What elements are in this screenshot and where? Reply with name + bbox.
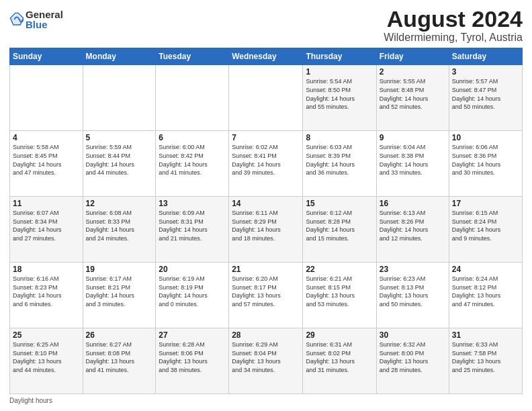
calendar-cell: 4Sunrise: 5:58 AM Sunset: 8:45 PM Daylig… [10,131,83,197]
calendar-table: Sunday Monday Tuesday Wednesday Thursday… [9,48,523,394]
day-number: 20 [159,265,226,274]
calendar-cell: 21Sunrise: 6:20 AM Sunset: 8:17 PM Dayli… [229,263,303,328]
day-number: 14 [232,199,300,208]
calendar-cell: 5Sunrise: 5:59 AM Sunset: 8:44 PM Daylig… [83,131,156,197]
day-header-row: Sunday Monday Tuesday Wednesday Thursday… [10,48,523,65]
day-info: Sunrise: 6:15 AM Sunset: 8:24 PM Dayligh… [452,209,519,242]
day-number: 17 [452,199,519,208]
day-number: 7 [232,133,300,142]
calendar-cell: 31Sunrise: 6:33 AM Sunset: 7:58 PM Dayli… [449,328,522,394]
day-info: Sunrise: 6:29 AM Sunset: 8:04 PM Dayligh… [232,340,300,374]
calendar-cell: 22Sunrise: 6:21 AM Sunset: 8:15 PM Dayli… [303,263,376,328]
day-info: Sunrise: 6:08 AM Sunset: 8:33 PM Dayligh… [86,209,153,242]
calendar-cell [229,65,303,131]
daylight-label: Daylight hours [9,397,52,404]
logo-blue-text: Blue [26,19,63,30]
day-info: Sunrise: 6:04 AM Sunset: 8:38 PM Dayligh… [380,143,446,177]
calendar-cell: 2Sunrise: 5:55 AM Sunset: 8:48 PM Daylig… [376,65,449,131]
calendar-week-5: 25Sunrise: 6:25 AM Sunset: 8:10 PM Dayli… [10,328,523,394]
calendar-cell: 18Sunrise: 6:16 AM Sunset: 8:23 PM Dayli… [10,263,83,328]
calendar-cell: 30Sunrise: 6:32 AM Sunset: 8:00 PM Dayli… [376,328,449,394]
day-info: Sunrise: 6:33 AM Sunset: 7:58 PM Dayligh… [452,340,519,374]
day-number: 6 [159,133,226,142]
day-info: Sunrise: 6:23 AM Sunset: 8:13 PM Dayligh… [380,275,446,308]
calendar-cell [10,65,83,131]
day-number: 18 [13,265,80,274]
day-number: 24 [452,265,519,274]
day-info: Sunrise: 6:28 AM Sunset: 8:06 PM Dayligh… [159,340,226,374]
calendar-cell [83,65,156,131]
day-number: 10 [452,133,519,142]
calendar-cell: 29Sunrise: 6:31 AM Sunset: 8:02 PM Dayli… [303,328,376,394]
day-info: Sunrise: 5:58 AM Sunset: 8:45 PM Dayligh… [13,143,80,177]
calendar-cell: 17Sunrise: 6:15 AM Sunset: 8:24 PM Dayli… [449,197,522,263]
day-info: Sunrise: 6:27 AM Sunset: 8:08 PM Dayligh… [86,340,153,374]
day-info: Sunrise: 6:20 AM Sunset: 8:17 PM Dayligh… [232,275,300,308]
header-tuesday: Tuesday [156,48,229,65]
calendar-cell: 12Sunrise: 6:08 AM Sunset: 8:33 PM Dayli… [83,197,156,263]
logo-text: General Blue [26,9,63,30]
calendar-cell: 13Sunrise: 6:09 AM Sunset: 8:31 PM Dayli… [156,197,229,263]
day-number: 1 [306,67,373,77]
calendar-cell: 14Sunrise: 6:11 AM Sunset: 8:29 PM Dayli… [229,197,303,263]
day-info: Sunrise: 6:02 AM Sunset: 8:41 PM Dayligh… [232,143,300,177]
header-monday: Monday [83,48,156,65]
calendar-cell: 25Sunrise: 6:25 AM Sunset: 8:10 PM Dayli… [10,328,83,394]
header-sunday: Sunday [10,48,83,65]
calendar-week-2: 4Sunrise: 5:58 AM Sunset: 8:45 PM Daylig… [10,131,523,197]
day-info: Sunrise: 6:03 AM Sunset: 8:39 PM Dayligh… [306,143,373,177]
header-saturday: Saturday [449,48,522,65]
calendar-cell: 24Sunrise: 6:24 AM Sunset: 8:12 PM Dayli… [449,263,522,328]
logo: General Blue [9,9,63,30]
footer: Daylight hours [9,397,523,404]
calendar-week-3: 11Sunrise: 6:07 AM Sunset: 8:34 PM Dayli… [10,197,523,263]
day-info: Sunrise: 6:13 AM Sunset: 8:26 PM Dayligh… [380,209,446,242]
calendar-cell: 9Sunrise: 6:04 AM Sunset: 8:38 PM Daylig… [376,131,449,197]
day-number: 25 [13,330,80,340]
calendar-cell: 3Sunrise: 5:57 AM Sunset: 8:47 PM Daylig… [449,65,522,131]
day-info: Sunrise: 6:32 AM Sunset: 8:00 PM Dayligh… [380,340,446,374]
page: General Blue August 2024 Wildermieming, … [0,0,532,411]
calendar-cell [156,65,229,131]
day-info: Sunrise: 6:31 AM Sunset: 8:02 PM Dayligh… [306,340,373,374]
day-info: Sunrise: 6:00 AM Sunset: 8:42 PM Dayligh… [159,143,226,177]
calendar-cell: 26Sunrise: 6:27 AM Sunset: 8:08 PM Dayli… [83,328,156,394]
day-number: 8 [306,133,373,142]
header-wednesday: Wednesday [229,48,303,65]
calendar-cell: 10Sunrise: 6:06 AM Sunset: 8:36 PM Dayli… [449,131,522,197]
logo-icon [9,12,24,27]
calendar-cell: 15Sunrise: 6:12 AM Sunset: 8:28 PM Dayli… [303,197,376,263]
day-number: 13 [159,199,226,208]
header-thursday: Thursday [303,48,376,65]
day-number: 28 [232,330,300,340]
calendar-cell: 16Sunrise: 6:13 AM Sunset: 8:26 PM Dayli… [376,197,449,263]
calendar-cell: 20Sunrise: 6:19 AM Sunset: 8:19 PM Dayli… [156,263,229,328]
calendar-cell: 23Sunrise: 6:23 AM Sunset: 8:13 PM Dayli… [376,263,449,328]
calendar-cell: 27Sunrise: 6:28 AM Sunset: 8:06 PM Dayli… [156,328,229,394]
day-number: 22 [306,265,373,274]
location-title: Wildermieming, Tyrol, Austria [384,32,523,44]
day-info: Sunrise: 5:55 AM Sunset: 8:48 PM Dayligh… [380,77,446,111]
day-info: Sunrise: 6:12 AM Sunset: 8:28 PM Dayligh… [306,209,373,242]
day-number: 2 [380,67,446,77]
day-number: 11 [13,199,80,208]
day-number: 19 [86,265,153,274]
day-number: 5 [86,133,153,142]
day-number: 31 [452,330,519,340]
calendar-cell: 11Sunrise: 6:07 AM Sunset: 8:34 PM Dayli… [10,197,83,263]
day-info: Sunrise: 6:25 AM Sunset: 8:10 PM Dayligh… [13,340,80,374]
month-title: August 2024 [384,7,523,32]
calendar-cell: 6Sunrise: 6:00 AM Sunset: 8:42 PM Daylig… [156,131,229,197]
day-info: Sunrise: 5:57 AM Sunset: 8:47 PM Dayligh… [452,77,519,111]
header-friday: Friday [376,48,449,65]
calendar-cell: 19Sunrise: 6:17 AM Sunset: 8:21 PM Dayli… [83,263,156,328]
day-info: Sunrise: 6:19 AM Sunset: 8:19 PM Dayligh… [159,275,226,308]
day-number: 9 [380,133,446,142]
day-number: 23 [380,265,446,274]
day-number: 30 [380,330,446,340]
day-info: Sunrise: 5:59 AM Sunset: 8:44 PM Dayligh… [86,143,153,177]
day-info: Sunrise: 6:11 AM Sunset: 8:29 PM Dayligh… [232,209,300,242]
day-info: Sunrise: 6:07 AM Sunset: 8:34 PM Dayligh… [13,209,80,242]
day-number: 15 [306,199,373,208]
day-number: 12 [86,199,153,208]
